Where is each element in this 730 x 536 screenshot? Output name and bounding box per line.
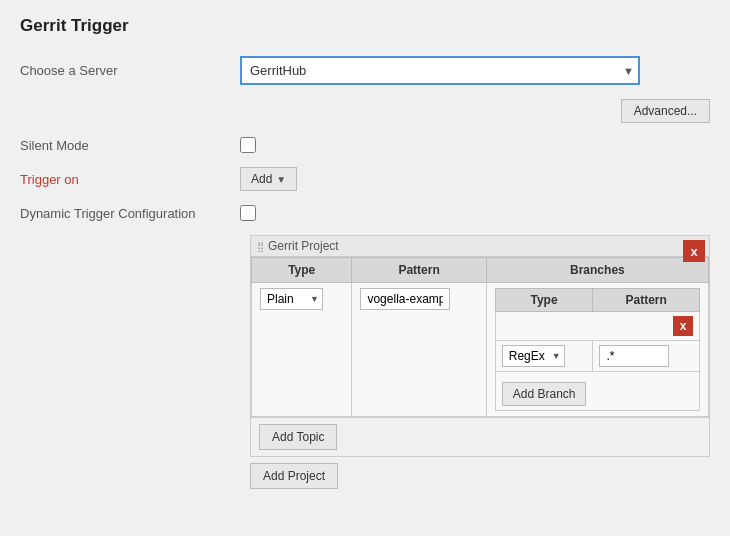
advanced-row: Advanced... xyxy=(20,99,710,123)
add-project-wrapper: Add Project xyxy=(250,463,710,489)
branches-header-row: Type Pattern xyxy=(495,289,699,312)
branch-close-button[interactable]: x xyxy=(673,316,693,336)
branch-pattern-input[interactable] xyxy=(599,345,669,367)
gerrit-project-table: Type Pattern Branches Plain RegEx xyxy=(251,257,709,417)
add-branch-cell: Add Branch xyxy=(495,372,699,411)
project-table-header-row: Type Pattern Branches xyxy=(252,258,709,283)
advanced-button[interactable]: Advanced... xyxy=(621,99,710,123)
project-branches-cell: Type Pattern x xyxy=(486,283,708,417)
project-pattern-input[interactable] xyxy=(360,288,450,310)
project-data-row: Plain RegEx ANT xyxy=(252,283,709,417)
add-project-button[interactable]: Add Project xyxy=(250,463,338,489)
silent-mode-checkbox[interactable] xyxy=(240,137,256,153)
choose-server-label: Choose a Server xyxy=(20,63,240,78)
project-pattern-header: Pattern xyxy=(352,258,486,283)
gerrit-project-close-wrapper: x xyxy=(683,240,705,262)
project-type-header: Type xyxy=(252,258,352,283)
branch-close-cell: x xyxy=(495,312,699,341)
add-branch-button[interactable]: Add Branch xyxy=(502,382,587,406)
trigger-on-row: Trigger on Add ▼ xyxy=(20,167,710,191)
drag-icon: ⣿ xyxy=(257,241,264,252)
branch-data-row: RegEx Plain ANT xyxy=(495,341,699,372)
branch-type-select-wrapper: RegEx Plain ANT xyxy=(502,345,565,367)
project-bottom-bar: Add Topic xyxy=(251,417,709,456)
branch-pattern-cell xyxy=(593,341,700,372)
branch-type-header: Type xyxy=(495,289,593,312)
silent-mode-label: Silent Mode xyxy=(20,138,240,153)
add-branch-row: Add Branch xyxy=(495,372,699,411)
branch-close-wrapper: x xyxy=(502,316,693,336)
branch-type-cell: RegEx Plain ANT xyxy=(495,341,593,372)
dynamic-trigger-label: Dynamic Trigger Configuration xyxy=(20,206,240,221)
trigger-add-button[interactable]: Add ▼ xyxy=(240,167,297,191)
project-type-select-wrapper: Plain RegEx ANT xyxy=(260,288,323,310)
trigger-add-label: Add xyxy=(251,172,272,186)
branch-close-row: x xyxy=(495,312,699,341)
dynamic-trigger-row: Dynamic Trigger Configuration xyxy=(20,205,710,221)
gerrit-project-close-button[interactable]: x xyxy=(683,240,705,262)
gerrit-project-header-bar: ⣿ Gerrit Project xyxy=(251,236,709,257)
project-pattern-cell xyxy=(352,283,486,417)
trigger-add-arrow-icon: ▼ xyxy=(276,174,286,185)
choose-server-row: Choose a Server GerritHub ▼ xyxy=(20,56,710,85)
project-type-cell: Plain RegEx ANT xyxy=(252,283,352,417)
trigger-on-label: Trigger on xyxy=(20,172,240,187)
branch-pattern-header: Pattern xyxy=(593,289,700,312)
page-title: Gerrit Trigger xyxy=(20,16,710,36)
project-branches-header: Branches xyxy=(486,258,708,283)
silent-mode-control xyxy=(240,137,710,153)
gerrit-project-header-label: Gerrit Project xyxy=(268,239,339,253)
trigger-on-control: Add ▼ xyxy=(240,167,710,191)
dynamic-trigger-control xyxy=(240,205,710,221)
gerrit-project-outer: ⣿ Gerrit Project x Type Pattern Branches xyxy=(250,235,710,457)
silent-mode-row: Silent Mode xyxy=(20,137,710,153)
add-topic-button[interactable]: Add Topic xyxy=(259,424,337,450)
gerrit-project-section: ⣿ Gerrit Project x Type Pattern Branches xyxy=(250,235,710,489)
dynamic-trigger-checkbox[interactable] xyxy=(240,205,256,221)
server-select[interactable]: GerritHub xyxy=(240,56,640,85)
choose-server-control: GerritHub ▼ xyxy=(240,56,710,85)
branches-inner-table: Type Pattern x xyxy=(495,288,700,411)
branch-type-select[interactable]: RegEx Plain ANT xyxy=(502,345,565,367)
page-container: Gerrit Trigger Choose a Server GerritHub… xyxy=(0,0,730,505)
server-select-wrapper: GerritHub ▼ xyxy=(240,56,640,85)
project-type-select[interactable]: Plain RegEx ANT xyxy=(260,288,323,310)
